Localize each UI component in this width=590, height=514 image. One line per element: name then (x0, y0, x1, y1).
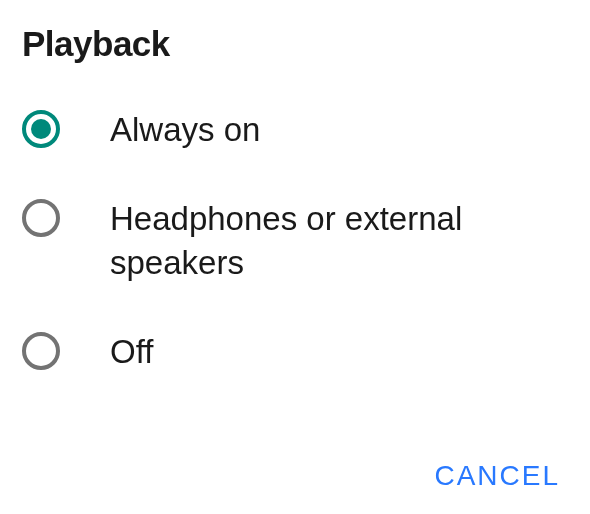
option-always-on[interactable]: Always on (22, 108, 568, 153)
option-off[interactable]: Off (22, 330, 568, 375)
radio-group: Always on Headphones or external speaker… (22, 108, 568, 452)
radio-icon (22, 110, 60, 148)
option-label: Headphones or external speakers (110, 197, 568, 286)
option-label: Off (110, 330, 153, 375)
radio-icon (22, 199, 60, 237)
dialog-footer: CANCEL (22, 452, 568, 514)
dialog-title: Playback (22, 24, 568, 64)
option-label: Always on (110, 108, 260, 153)
cancel-button[interactable]: CANCEL (430, 452, 564, 500)
option-headphones-external[interactable]: Headphones or external speakers (22, 197, 568, 286)
radio-icon (22, 332, 60, 370)
